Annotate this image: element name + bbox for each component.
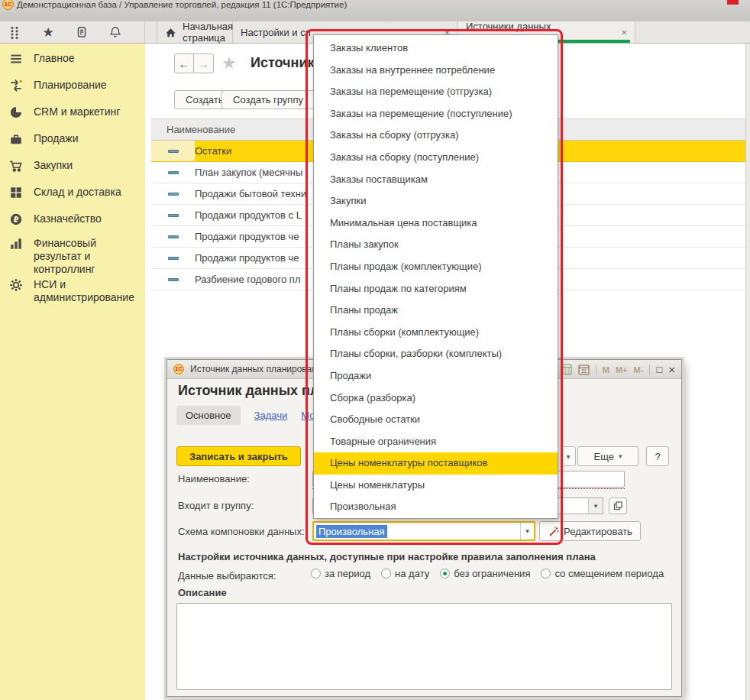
tools-menu-icon[interactable] <box>8 25 21 39</box>
planning-icon <box>9 79 23 92</box>
warehouse-grid-icon <box>9 186 23 199</box>
help-button[interactable]: ? <box>646 446 669 466</box>
window-title: Демонстрационная база / Управление торго… <box>17 0 347 9</box>
row-label: План закупок (месячны <box>195 167 302 178</box>
dropdown-option[interactable]: Товарные ограничения <box>314 431 558 453</box>
quick-toolbar: ★ <box>0 21 145 43</box>
dropdown-option[interactable]: Планы продаж (комплектующие) <box>314 256 558 278</box>
tab-main[interactable]: Основное <box>176 406 241 425</box>
sidebar-item-financial-result[interactable]: Финансовый результат и контроллинг <box>0 237 145 276</box>
dropdown-option[interactable]: Сборка (разборка) <box>314 387 558 410</box>
save-and-close-button[interactable]: Записать и закрыть <box>176 446 301 466</box>
svg-text:₽: ₽ <box>13 216 18 224</box>
group-choose-button[interactable] <box>609 497 627 514</box>
1c-logo-icon: 1С <box>173 364 184 374</box>
sidebar-item-planning[interactable]: Планирование <box>0 79 145 92</box>
dropdown-option[interactable]: Заказы на сборку (поступление) <box>314 147 558 169</box>
briefcase-icon <box>9 132 23 146</box>
dropdown-option[interactable]: Планы сборки (комплектующие) <box>314 322 558 344</box>
history-nav: ← → <box>174 53 214 73</box>
dropdown-option[interactable]: Планы закупок <box>314 234 558 256</box>
notifications-bell-icon[interactable] <box>108 25 122 39</box>
description-label: Описание <box>178 587 227 598</box>
forward-button[interactable]: → <box>194 53 214 73</box>
menu-icon <box>9 52 23 66</box>
schema-selected-value: Произвольная <box>316 525 387 538</box>
pie-chart-icon <box>9 105 23 119</box>
dropdown-option[interactable]: Заказы поставщикам <box>314 169 558 191</box>
back-button[interactable]: ← <box>174 53 194 73</box>
hidden-split-button-arrow[interactable]: ▾ <box>561 446 576 466</box>
magic-wand-icon <box>548 526 559 537</box>
row-dash-icon <box>151 183 195 204</box>
create-group-button[interactable]: Создать группу <box>221 90 315 109</box>
sidebar-item-crm[interactable]: CRM и маркетинг <box>0 105 145 119</box>
sidebar-item-admin[interactable]: НСИ и администрирование <box>0 278 145 304</box>
dropdown-option[interactable]: Произвольная <box>314 496 558 518</box>
1c-logo-icon: 1С <box>2 0 14 10</box>
dropdown-option[interactable]: Цены номенклатуры <box>314 475 558 497</box>
radio-circle-icon <box>440 569 450 578</box>
radio-na-datu[interactable]: на дату <box>381 568 429 579</box>
planning-source-dropdown: Заказы клиентовЗаказы на внутреннее потр… <box>313 34 558 519</box>
dropdown-option[interactable]: Планы сборки, разборки (комплекты) <box>314 343 558 365</box>
tab-settings-label: Настройки и сп <box>241 27 311 38</box>
description-textarea[interactable] <box>176 603 672 690</box>
bar-chart-icon <box>9 237 23 251</box>
dropdown-option[interactable]: Заказы на перемещение (отгрузка) <box>314 81 558 103</box>
row-label: Продажи продуктов с L <box>195 209 302 221</box>
name-field-label: Наименование: <box>178 473 250 484</box>
memory-m-button[interactable]: M <box>603 365 609 374</box>
row-label: Продажи продуктов че <box>195 231 299 242</box>
dropdown-option[interactable]: Заказы на внутреннее потребление <box>314 60 558 82</box>
sidebar-item-treasury[interactable]: ₽ Казначейство <box>0 212 145 226</box>
section-sidebar: Главное Планирование CRM и маркетинг Про… <box>0 44 145 700</box>
radio-circle-icon <box>381 569 391 578</box>
dropdown-option[interactable]: Свободные остатки <box>314 409 558 431</box>
tab-close-icon[interactable]: × <box>615 27 627 38</box>
dialog-title: Источник данных планировани <box>190 364 322 374</box>
gear-icon <box>9 278 23 292</box>
memory-m-minus-button[interactable]: M- <box>634 365 644 374</box>
dropdown-option[interactable]: Заказы на сборку (отгрузка) <box>314 125 558 147</box>
tab-home[interactable]: Начальная страница <box>157 21 233 43</box>
dropdown-option[interactable]: Цены номенклатуры поставщиков <box>314 452 558 475</box>
sidebar-item-main[interactable]: Главное <box>0 52 145 66</box>
sidebar-item-sales[interactable]: Продажи <box>0 132 145 146</box>
row-label: Остатки <box>195 145 231 157</box>
calculator-icon[interactable] <box>562 364 572 375</box>
group-dropdown-arrow[interactable]: ▾ <box>588 497 603 514</box>
radio-bez-ogranicheniya[interactable]: без ограничения <box>440 568 530 579</box>
dropdown-option[interactable]: Заказы на перемещение (поступление) <box>314 103 558 125</box>
calendar-icon[interactable]: 31 <box>578 364 590 375</box>
sidebar-item-purchasing[interactable]: Закупки <box>0 159 145 173</box>
dropdown-option[interactable]: Заказы клиентов <box>314 37 558 60</box>
dropdown-option[interactable]: Планы продаж <box>314 300 558 322</box>
row-dash-icon <box>151 269 195 290</box>
favorite-star-icon[interactable]: ★ <box>221 53 237 73</box>
data-selection-radio-group: за период на дату без ограничения со сме… <box>311 568 664 579</box>
application-window: 1С Демонстрационная база / Управление то… <box>0 0 750 700</box>
dropdown-option[interactable]: Закупки <box>314 190 558 212</box>
radio-so-smescheniem[interactable]: со смещением периода <box>541 568 664 579</box>
sidebar-item-warehouse[interactable]: Склад и доставка <box>0 186 145 199</box>
more-button[interactable]: Еще▾ <box>577 446 638 466</box>
row-dash-icon <box>151 248 195 268</box>
history-icon[interactable] <box>75 25 89 39</box>
dropdown-option[interactable]: Минимальная цена поставщика <box>314 212 558 235</box>
dropdown-option[interactable]: Планы продаж по категориям <box>314 278 558 300</box>
favorites-star-icon[interactable]: ★ <box>41 25 55 39</box>
dropdown-option[interactable]: Продажи <box>314 365 558 387</box>
close-icon[interactable]: × <box>668 363 675 376</box>
edit-schema-button[interactable]: Редактировать <box>539 521 641 541</box>
memory-m-plus-button[interactable]: M+ <box>616 365 628 374</box>
data-selection-label: Данные выбираются: <box>178 570 276 582</box>
radio-za-period[interactable]: за период <box>311 568 370 579</box>
maximize-icon[interactable]: □ <box>656 364 662 375</box>
row-label: Продажи бытовой техни <box>195 188 306 199</box>
tab-tasks-link[interactable]: Задачи <box>254 410 288 421</box>
radio-circle-icon <box>541 569 551 578</box>
window-close-button-fragment[interactable] <box>727 0 739 5</box>
schema-dropdown-arrow[interactable]: ▾ <box>520 523 534 540</box>
schema-combobox[interactable]: Произвольная ▾ <box>312 521 535 541</box>
